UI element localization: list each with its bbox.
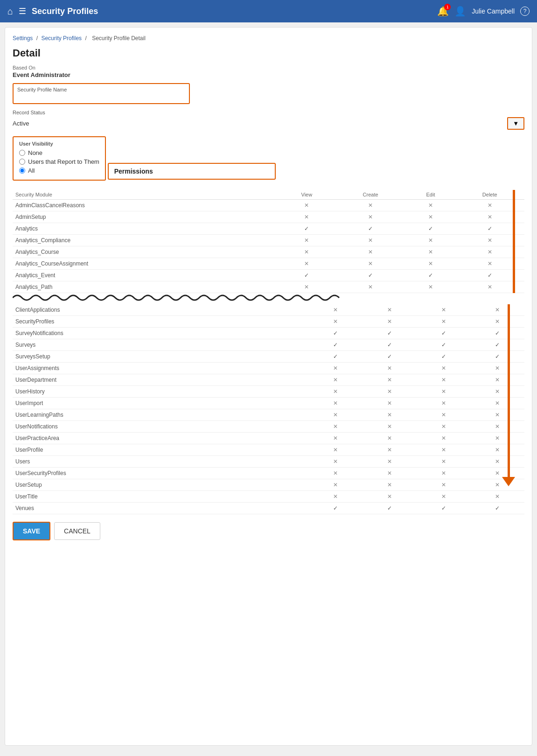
- edit-cell: ✕: [417, 479, 471, 491]
- create-cell: ✓: [363, 328, 417, 339]
- action-buttons: SAVE CANCEL: [13, 522, 524, 540]
- user-visibility-label: User Visibility: [19, 141, 99, 147]
- table-row: AdminClassCancelReasons ✕ ✕ ✕ ✕: [13, 200, 524, 211]
- module-name-cell: UserSecurityProfiles: [13, 468, 308, 479]
- create-cell: ✓: [335, 223, 406, 235]
- edit-cell: ✕: [406, 281, 455, 293]
- delete-cell: ✕: [470, 491, 524, 503]
- edit-cell: ✕: [406, 235, 455, 246]
- security-profile-name-input[interactable]: [17, 93, 185, 100]
- user-avatar-icon: 👤: [454, 6, 466, 17]
- view-cell: ✕: [279, 200, 335, 211]
- view-cell: ✓: [308, 339, 363, 351]
- user-visibility-box: User Visibility None Users that Report t…: [13, 136, 106, 181]
- delete-cell: ✕: [470, 456, 524, 468]
- create-cell: ✕: [335, 281, 406, 293]
- edit-cell: ✓: [417, 351, 471, 363]
- table-row: UserTitle ✕ ✕ ✕ ✕: [13, 491, 524, 503]
- notification-bell[interactable]: 🔔 1: [437, 6, 449, 17]
- edit-cell: ✕: [406, 258, 455, 270]
- col-module: Security Module: [13, 190, 279, 200]
- create-cell: ✕: [335, 235, 406, 246]
- help-icon[interactable]: ?: [520, 7, 530, 16]
- module-name-cell: UserLearningPaths: [13, 409, 308, 421]
- table-row: Venues ✓ ✓ ✓ ✓: [13, 503, 524, 514]
- user-visibility-none[interactable]: None: [19, 149, 99, 156]
- table-row: UserSetup ✕ ✕ ✕ ✕: [13, 479, 524, 491]
- delete-cell: ✕: [470, 421, 524, 433]
- module-name-cell: UserHistory: [13, 386, 308, 398]
- permissions-table-bottom-section: ClientApplications ✕ ✕ ✕ ✕ SecurityProfi…: [13, 304, 524, 514]
- module-name-cell: Analytics_Compliance: [13, 235, 279, 246]
- delete-cell: ✕: [470, 304, 524, 316]
- permissions-table-top: Security Module View Create Edit Delete …: [13, 190, 524, 293]
- create-cell: ✕: [363, 479, 417, 491]
- breadcrumb-security-profiles[interactable]: Security Profiles: [41, 35, 82, 42]
- view-cell: ✕: [308, 456, 363, 468]
- module-name-cell: UserPracticeArea: [13, 433, 308, 444]
- module-name-cell: Surveys: [13, 339, 308, 351]
- edit-cell: ✕: [406, 200, 455, 211]
- view-cell: ✕: [279, 211, 335, 223]
- create-cell: ✕: [363, 444, 417, 456]
- module-name-cell: Analytics_Path: [13, 281, 279, 293]
- create-cell: ✕: [363, 398, 417, 409]
- record-status-label: Record Status: [13, 110, 524, 115]
- user-visibility-report[interactable]: Users that Report to Them: [19, 158, 99, 165]
- user-visibility-all[interactable]: All: [19, 167, 99, 174]
- delete-cell: ✕: [470, 398, 524, 409]
- module-name-cell: Analytics_Course: [13, 246, 279, 258]
- module-name-cell: UserProfile: [13, 444, 308, 456]
- home-icon[interactable]: ⌂: [7, 6, 13, 17]
- app-header: ⌂ ☰ Security Profiles 🔔 1 👤 Julie Campbe…: [0, 0, 537, 22]
- app-title: Security Profiles: [32, 7, 432, 16]
- view-cell: ✕: [279, 281, 335, 293]
- module-name-cell: Analytics: [13, 223, 279, 235]
- create-cell: ✓: [363, 339, 417, 351]
- module-name-cell: UserSetup: [13, 479, 308, 491]
- view-cell: ✓: [279, 270, 335, 281]
- header-icons: 🔔 1 👤 Julie Campbell ?: [437, 6, 530, 17]
- create-cell: ✕: [363, 468, 417, 479]
- edit-cell: ✕: [417, 374, 471, 386]
- create-cell: ✓: [335, 270, 406, 281]
- permissions-table: Security Module View Create Edit Delete …: [13, 190, 524, 293]
- table-row: UserDepartment ✕ ✕ ✕ ✕: [13, 374, 524, 386]
- create-cell: ✕: [363, 363, 417, 374]
- edit-cell: ✕: [417, 468, 471, 479]
- notification-badge: 1: [444, 4, 451, 10]
- view-cell: ✕: [308, 374, 363, 386]
- create-cell: ✕: [363, 374, 417, 386]
- delete-cell: ✕: [470, 386, 524, 398]
- edit-cell: ✕: [406, 211, 455, 223]
- table-row: SurveyNotifications ✓ ✓ ✓ ✓: [13, 328, 524, 339]
- view-cell: ✕: [308, 421, 363, 433]
- module-name-cell: Users: [13, 456, 308, 468]
- create-cell: ✕: [335, 200, 406, 211]
- cancel-button[interactable]: CANCEL: [54, 522, 100, 540]
- edit-cell: ✕: [417, 398, 471, 409]
- based-on-value: Event Administrator: [13, 71, 524, 78]
- record-status-dropdown[interactable]: ▼: [507, 117, 524, 130]
- save-button[interactable]: SAVE: [13, 522, 50, 540]
- breadcrumb-settings[interactable]: Settings: [13, 35, 33, 42]
- delete-cell: ✓: [470, 328, 524, 339]
- edit-cell: ✓: [406, 270, 455, 281]
- delete-cell: ✓: [470, 503, 524, 514]
- table-row: UserPracticeArea ✕ ✕ ✕ ✕: [13, 433, 524, 444]
- breadcrumb-current: Security Profile Detail: [92, 35, 146, 42]
- edit-cell: ✓: [417, 503, 471, 514]
- table-row: UserProfile ✕ ✕ ✕ ✕: [13, 444, 524, 456]
- delete-cell: ✕: [470, 316, 524, 328]
- module-name-cell: UserTitle: [13, 491, 308, 503]
- module-name-cell: Analytics_Event: [13, 270, 279, 281]
- security-profile-name-field[interactable]: Security Profile Name: [13, 83, 190, 104]
- record-status-value: Active: [13, 120, 502, 127]
- module-name-cell: Analytics_CourseAssignment: [13, 258, 279, 270]
- delete-cell: ✕: [470, 479, 524, 491]
- view-cell: ✓: [308, 328, 363, 339]
- menu-icon[interactable]: ☰: [19, 6, 26, 16]
- table-row: Analytics_Event ✓ ✓ ✓ ✓: [13, 270, 524, 281]
- module-name-cell: ClientApplications: [13, 304, 308, 316]
- table-row: AdminSetup ✕ ✕ ✕ ✕: [13, 211, 524, 223]
